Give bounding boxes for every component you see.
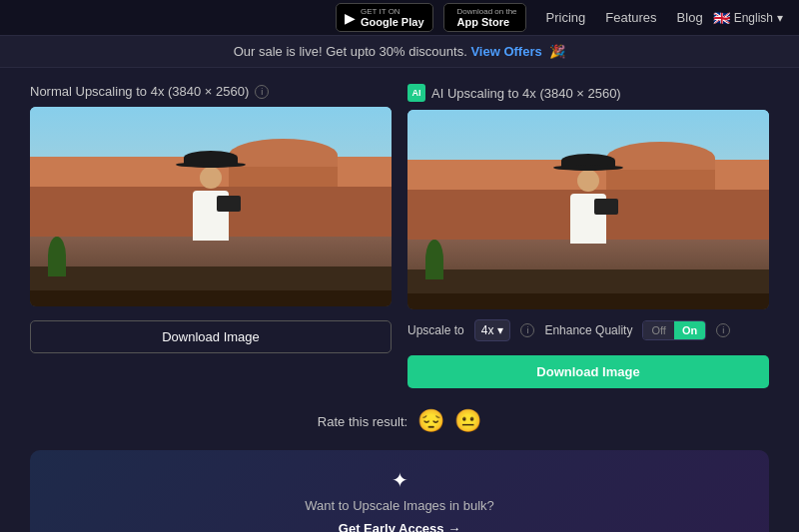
enhance-info-icon[interactable]: i bbox=[716, 323, 730, 337]
main-content: Normal Upscaling to 4x (3840 × 2560) i bbox=[0, 68, 799, 532]
features-link[interactable]: Features bbox=[605, 10, 656, 25]
right-panel: AI AI Upscaling to 4x (3840 × 2560) bbox=[407, 84, 769, 388]
language-selector[interactable]: 🇬🇧 English ▾ bbox=[713, 10, 783, 26]
enhance-toggle: Off On bbox=[642, 320, 706, 340]
hat-left bbox=[184, 151, 238, 165]
camera-left bbox=[217, 196, 241, 212]
rating-neutral-button[interactable]: 😐 bbox=[454, 408, 481, 434]
head-left bbox=[200, 167, 222, 189]
tree-left bbox=[48, 237, 66, 276]
upscale-label: Upscale to bbox=[407, 323, 464, 337]
app-store-text: Download on the App Store bbox=[457, 7, 517, 28]
upsell-icon: ✦ bbox=[50, 468, 749, 492]
enhance-label: Enhance Quality bbox=[544, 323, 632, 337]
ground-right bbox=[407, 293, 769, 309]
tree-right bbox=[425, 240, 443, 279]
camera-right bbox=[594, 199, 618, 215]
bulk-upsell-card: ✦ Want to Upscale Images in bulk? Get Ea… bbox=[30, 450, 769, 532]
comparison-row: Normal Upscaling to 4x (3840 × 2560) i bbox=[30, 84, 769, 388]
early-access-link[interactable]: Get Early Access → bbox=[339, 521, 460, 532]
navbar: ▶ GET IT ON Google Play Download on the … bbox=[0, 0, 799, 36]
view-offers-link[interactable]: View Offers bbox=[470, 44, 541, 59]
left-download-button[interactable]: Download Image bbox=[30, 320, 392, 353]
right-image bbox=[407, 110, 769, 309]
upsell-text: Want to Upscale Images in bulk? bbox=[50, 498, 749, 513]
language-label: English bbox=[734, 11, 773, 25]
fire-emoji: 🎉 bbox=[549, 44, 565, 59]
app-store-button[interactable]: Download on the App Store bbox=[443, 3, 526, 32]
toggle-off-option[interactable]: Off bbox=[643, 321, 673, 339]
chevron-down-icon: ▾ bbox=[777, 11, 783, 25]
rating-row: Rate this result: 😔 😐 bbox=[30, 408, 769, 434]
controls-row: Upscale to 4x ▾ i Enhance Quality Off On… bbox=[407, 319, 769, 341]
right-download-button[interactable]: Download Image bbox=[407, 355, 769, 388]
pricing-link[interactable]: Pricing bbox=[546, 10, 586, 25]
body-left bbox=[193, 191, 229, 241]
head-right bbox=[577, 170, 599, 192]
toggle-on-option[interactable]: On bbox=[674, 321, 705, 339]
right-photo-bg bbox=[407, 110, 769, 309]
flag-icon: 🇬🇧 bbox=[713, 10, 730, 26]
upscale-select[interactable]: 4x ▾ bbox=[474, 319, 511, 341]
left-info-icon[interactable]: i bbox=[255, 85, 269, 99]
ai-upscale-icon: AI bbox=[407, 84, 425, 102]
blog-link[interactable]: Blog bbox=[677, 10, 703, 25]
body-right bbox=[570, 194, 606, 244]
ground-left bbox=[30, 290, 392, 306]
left-photo-bg bbox=[30, 107, 392, 306]
left-image bbox=[30, 107, 392, 306]
right-download-row: Download Image bbox=[407, 355, 769, 388]
right-panel-title: AI AI Upscaling to 4x (3840 × 2560) bbox=[407, 84, 769, 102]
upscale-info-icon[interactable]: i bbox=[520, 323, 534, 337]
person-right bbox=[558, 154, 618, 273]
promo-bar: Our sale is live! Get upto 30% discounts… bbox=[0, 36, 799, 68]
google-play-text: GET IT ON Google Play bbox=[361, 7, 424, 28]
select-chevron-icon: ▾ bbox=[497, 323, 503, 337]
google-play-button[interactable]: ▶ GET IT ON Google Play bbox=[336, 3, 433, 32]
left-download-row: Download Image bbox=[30, 320, 392, 353]
left-panel: Normal Upscaling to 4x (3840 × 2560) i bbox=[30, 84, 392, 353]
person-left bbox=[181, 151, 241, 270]
rating-label: Rate this result: bbox=[318, 414, 407, 429]
hat-right bbox=[561, 154, 615, 168]
left-panel-title: Normal Upscaling to 4x (3840 × 2560) i bbox=[30, 84, 392, 99]
promo-text: Our sale is live! Get upto 30% discounts… bbox=[234, 44, 467, 59]
google-play-icon: ▶ bbox=[345, 10, 356, 26]
nav-links: Pricing Features Blog bbox=[546, 10, 703, 25]
rating-sad-button[interactable]: 😔 bbox=[417, 408, 444, 434]
